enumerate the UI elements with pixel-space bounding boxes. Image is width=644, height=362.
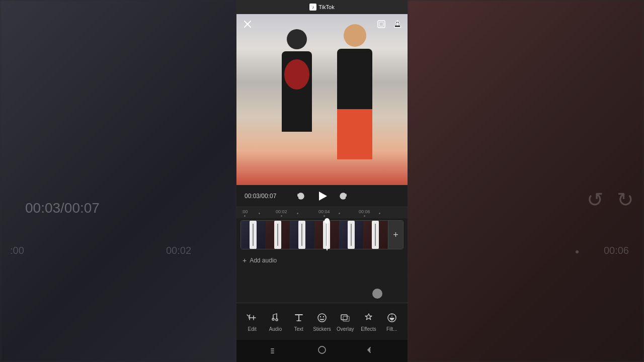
nav-back-icon[interactable] — [364, 345, 374, 357]
phone-ui: ♪ TikTok — [236, 0, 408, 362]
strip-thumb-3 — [290, 221, 314, 249]
expand-icon — [377, 20, 385, 28]
play-icon — [319, 192, 327, 201]
ruler-dot-2 — [324, 215, 325, 217]
tool-edit[interactable]: Edit — [241, 311, 263, 332]
filter-label: Filt... — [386, 326, 397, 332]
tiktok-logo: ♪ TikTok — [309, 4, 334, 11]
cut-marker-1 — [250, 221, 257, 249]
ruler-label-1: 00:02 — [276, 209, 287, 214]
cut-marker-2 — [274, 221, 281, 249]
overlay-label: Overlay — [337, 326, 354, 332]
text-icon — [292, 311, 305, 324]
svg-rect-12 — [341, 315, 347, 320]
stickers-label: Stickers — [313, 326, 331, 332]
tool-stickers[interactable]: Stickers — [311, 311, 333, 332]
tool-effects[interactable]: Effects — [358, 311, 380, 332]
nav-home-icon[interactable] — [316, 344, 328, 358]
strip-thumb-1 — [241, 221, 266, 249]
svg-rect-19 — [318, 346, 326, 353]
edit-label: Edit — [248, 326, 257, 332]
ruler-label-2: 00:04 — [318, 209, 330, 214]
add-audio-label: Add audio — [250, 257, 277, 264]
video-frame — [236, 14, 408, 185]
timeline-ruler: :00 00:02 00:04 00:06 — [236, 207, 408, 218]
cut-marker-5 — [348, 221, 355, 249]
nav-menu-icon[interactable] — [270, 345, 280, 357]
close-button[interactable] — [242, 18, 254, 30]
ruler-dot-0 — [244, 215, 246, 217]
tool-filter[interactable]: Filt... — [381, 311, 403, 332]
ruler-dot-mid-1 — [297, 213, 298, 214]
ruler-dot-mid-3 — [379, 213, 380, 214]
add-audio-row[interactable]: + Add audio — [236, 252, 408, 268]
effects-label: Effects — [361, 326, 376, 332]
bg-right-time: 00:06 — [604, 245, 629, 256]
export-icon — [393, 20, 401, 28]
ruler-dot-mid-2 — [339, 213, 340, 214]
ruler-dot-mid-0 — [259, 213, 260, 214]
top-bar: ♪ TikTok — [236, 0, 408, 14]
figure-left-body — [282, 51, 312, 132]
ruler-mark-2: 00:04 — [318, 209, 330, 217]
play-button[interactable] — [315, 189, 329, 203]
cut-marker-4 — [323, 221, 330, 249]
undo-icon — [296, 192, 305, 201]
video-strip-container: + — [240, 220, 404, 250]
edit-icon — [246, 311, 259, 324]
figure-right-pants — [337, 109, 372, 159]
expand-button[interactable] — [375, 18, 387, 30]
add-clip-button[interactable]: + — [388, 221, 403, 249]
background-right-panel: ↺ ↻ 00:06 — [408, 0, 644, 362]
svg-rect-13 — [343, 316, 349, 321]
tiktok-label: TikTok — [318, 4, 334, 10]
background-left-panel: 00:03/00:07 :00 00:02 — [0, 0, 236, 362]
tiktok-icon: ♪ — [309, 4, 316, 11]
strip-thumb-6 — [363, 221, 388, 249]
bg-right-redo-icon: ↻ — [617, 188, 634, 211]
cut-marker-3 — [298, 221, 305, 249]
bg-left-timestamp: 00:03/00:07 — [25, 200, 100, 216]
figure-left — [277, 29, 317, 170]
svg-rect-2 — [378, 21, 385, 28]
tool-audio[interactable]: Audio — [264, 311, 286, 332]
bg-left-time1: :00 — [10, 245, 24, 256]
ruler-label-0: :00 — [242, 209, 248, 214]
svg-point-8 — [272, 318, 274, 320]
ruler-dot-3 — [364, 215, 365, 217]
tool-text[interactable]: Text — [288, 311, 310, 332]
ruler-dot-1 — [281, 215, 282, 217]
svg-point-7 — [276, 319, 278, 321]
nav-bar — [236, 340, 408, 362]
tool-overlay[interactable]: Overlay — [334, 311, 356, 332]
bottom-toolbar: Edit Audio Text — [236, 303, 408, 340]
strip-thumb-2 — [266, 221, 290, 249]
svg-point-11 — [323, 316, 324, 317]
audio-icon — [269, 311, 282, 324]
figure-right-head — [344, 24, 366, 47]
scrubber-dot[interactable] — [372, 289, 382, 299]
timeline-wrapper: :00 00:02 00:04 00:06 — [236, 207, 408, 303]
ruler-label-3: 00:06 — [359, 209, 370, 214]
undo-button[interactable] — [295, 190, 307, 202]
bg-right-image — [408, 0, 644, 362]
filter-icon — [385, 311, 398, 324]
export-button[interactable] — [391, 18, 404, 30]
svg-rect-3 — [379, 22, 383, 26]
effects-icon — [362, 311, 375, 324]
controls-bar: 00:03/00:07 — [236, 185, 408, 207]
redo-button[interactable] — [337, 190, 349, 202]
close-icon — [244, 20, 252, 28]
redo-icon — [339, 192, 348, 201]
overlay-icon — [339, 311, 352, 324]
svg-point-9 — [318, 314, 326, 322]
strip-thumb-4 — [314, 221, 339, 249]
time-display: 00:03/00:07 — [245, 193, 276, 200]
figure-right-body — [337, 49, 372, 109]
video-strip[interactable]: + — [240, 220, 404, 249]
add-audio-plus-icon: + — [243, 256, 247, 264]
audio-label: Audio — [269, 326, 282, 332]
strip-thumb-5 — [339, 221, 364, 249]
bg-left-image — [0, 0, 236, 362]
bg-right-undo-icon: ↺ — [587, 188, 604, 211]
